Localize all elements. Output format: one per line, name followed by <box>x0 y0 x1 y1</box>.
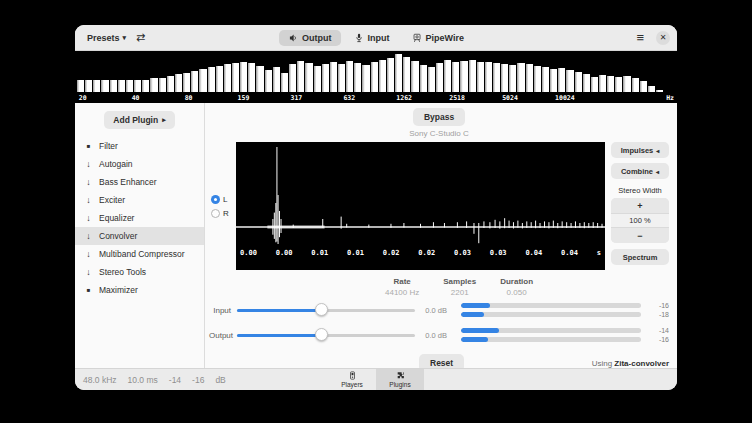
pipewire-icon <box>412 33 422 43</box>
level-left: -14 <box>169 375 181 385</box>
sidebar-item-exciter[interactable]: ↓Exciter <box>75 191 204 209</box>
sidebar-item-equalizer[interactable]: ↓Equalizer <box>75 209 204 227</box>
tab-output[interactable]: Output <box>279 30 341 46</box>
plugin-item-label: Exciter <box>99 195 125 205</box>
sidebar-item-stereo-tools[interactable]: ↓Stereo Tools <box>75 263 204 281</box>
sidebar-item-bass-enhancer[interactable]: ↓Bass Enhancer <box>75 173 204 191</box>
frequency-tick-label: 10024 <box>555 94 575 102</box>
plugin-item-label: Bass Enhancer <box>99 177 157 187</box>
radio-button[interactable] <box>211 195 220 204</box>
level-meter-fill <box>461 312 484 317</box>
time-tick-label: 0.04 <box>561 249 578 257</box>
spectrum-bar <box>395 54 402 92</box>
close-icon[interactable]: ✕ <box>656 31 670 45</box>
spectrum-bar <box>607 76 614 92</box>
spectrum-bar <box>175 74 182 92</box>
channel-radio-l[interactable]: L <box>211 195 236 204</box>
spectrum-bar <box>436 63 443 92</box>
spectrum-bar <box>101 80 108 92</box>
spectrum-bar <box>289 64 296 92</box>
input-level-values: -16-18 <box>645 302 669 318</box>
status-bar: 48.0 kHz 10.0 ms -14 -16 dB Players <box>75 368 677 390</box>
slider-thumb[interactable] <box>315 328 328 341</box>
level-meter <box>461 337 641 342</box>
width-decrease-button[interactable]: − <box>611 228 669 243</box>
menu-icon[interactable]: ≡ <box>631 29 649 46</box>
plugin-item-label: Autogain <box>99 159 133 169</box>
spectrum-bar <box>632 78 639 92</box>
output-level-values: -14-16 <box>645 327 669 343</box>
spectrum-bar <box>485 62 492 92</box>
shuffle-icon[interactable]: ⇄ <box>131 30 150 45</box>
level-right: -16 <box>192 375 204 385</box>
sidebar-item-filter[interactable]: ■Filter <box>75 137 204 155</box>
sidebar-item-maximizer[interactable]: ■Maximizer <box>75 281 204 299</box>
radio-button[interactable] <box>211 209 220 218</box>
spectrum-bar <box>208 67 215 92</box>
time-tick-label: 0.02 <box>383 249 400 257</box>
spectrum-button[interactable]: Spectrum <box>611 249 669 265</box>
convolver-panel: Bypass Sony C-Studio C LR 0.000.000.010.… <box>205 103 677 368</box>
spectrum-bar <box>232 63 239 92</box>
spectrum-bar <box>411 61 418 92</box>
tab-output-label: Output <box>302 33 332 43</box>
spectrum-bar <box>191 71 198 92</box>
level-meter <box>461 312 641 317</box>
spectrum-bar <box>591 77 598 92</box>
tab-plugins-label: Plugins <box>389 381 410 388</box>
sidebar-item-convolver[interactable]: ↓Convolver <box>75 227 204 245</box>
impulses-button[interactable]: Impulses ◂ <box>611 142 669 158</box>
stereo-width-label: Stereo Width <box>611 186 669 195</box>
spectrum-bar <box>93 80 100 92</box>
tab-input[interactable]: Input <box>345 30 399 46</box>
output-gain-row: Output 0.0 dB -14-16 <box>209 327 669 343</box>
spectrum-bar <box>550 69 557 92</box>
impulse-waveform-chart: 0.000.000.010.010.020.020.030.030.040.04… <box>236 142 605 270</box>
plugin-item-label: Maximizer <box>99 285 138 295</box>
spectrum-bar <box>493 63 500 92</box>
presets-button[interactable]: Presets ▾ <box>82 30 131 46</box>
library-name: Zita-convolver <box>614 359 669 368</box>
plugin-item-label: Multiband Compressor <box>99 249 185 259</box>
spectrum-bar <box>77 80 84 92</box>
tab-pipewire-label: PipeWire <box>426 33 464 43</box>
tab-plugins[interactable]: Plugins <box>376 369 424 390</box>
time-tick-label: 0.01 <box>347 249 364 257</box>
spectrum-bar <box>159 78 166 92</box>
using-label: Using <box>592 359 612 368</box>
channel-radio-r[interactable]: R <box>211 209 236 218</box>
sidebar-item-autogain[interactable]: ↓Autogain <box>75 155 204 173</box>
spectrum-bar <box>648 86 655 92</box>
add-plugin-button[interactable]: Add Plugin ▸ <box>104 111 174 129</box>
frequency-tick-label: 1262 <box>396 94 412 102</box>
spectrum-bar <box>248 63 255 92</box>
tab-pipewire[interactable]: PipeWire <box>403 30 473 46</box>
level-meter-value: -14 <box>659 327 669 334</box>
tab-players[interactable]: Players <box>328 369 376 390</box>
spectrum-bar <box>575 72 582 92</box>
bypass-button[interactable]: Bypass <box>413 108 465 126</box>
spectrum-bar <box>322 64 329 92</box>
sidebar-item-multiband-compressor[interactable]: ↓Multiband Compressor <box>75 245 204 263</box>
time-axis: 0.000.000.010.010.020.020.030.030.040.04… <box>236 247 605 259</box>
combine-button[interactable]: Combine ◂ <box>611 163 669 179</box>
convolver-controls: Impulses ◂ Combine ◂ Stereo Width + 100 … <box>611 142 669 270</box>
width-increase-button[interactable]: + <box>611 198 669 213</box>
bypass-row: Bypass <box>209 108 669 126</box>
spectrum-bar <box>460 61 467 92</box>
output-gain-slider[interactable] <box>237 328 415 342</box>
spectrum-bar <box>387 58 394 92</box>
combine-label: Combine <box>621 167 653 176</box>
media-player-icon <box>348 371 357 380</box>
level-meter <box>461 328 641 333</box>
kernel-info-row: Rate44100 HzSamples2201Duration0.050 <box>385 277 669 297</box>
spectrum-bar <box>615 77 622 92</box>
input-gain-row: Input 0.0 dB -16-18 <box>209 302 669 318</box>
spectrum-bar <box>110 80 117 92</box>
input-level-meters <box>461 303 641 317</box>
slider-thumb[interactable] <box>315 303 328 316</box>
input-gain-slider[interactable] <box>237 303 415 317</box>
kernel-info-rate: Rate44100 Hz <box>385 277 419 297</box>
triangle-left-icon: ◂ <box>656 147 659 154</box>
time-tick-label: 0.00 <box>276 249 293 257</box>
